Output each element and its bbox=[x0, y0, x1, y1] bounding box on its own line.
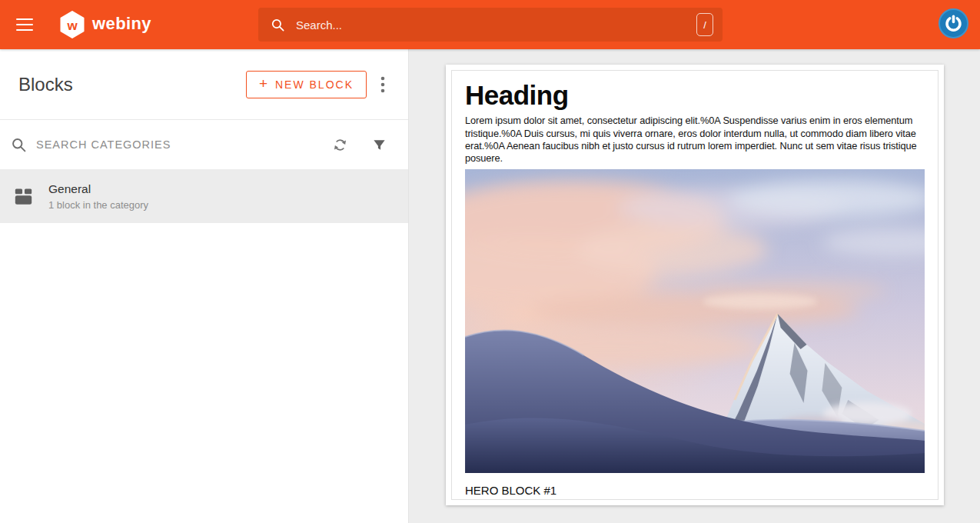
new-block-label: NEW BLOCK bbox=[275, 78, 354, 91]
svg-text:w: w bbox=[66, 18, 78, 33]
avatar[interactable] bbox=[938, 8, 968, 38]
hamburger-menu-icon[interactable] bbox=[16, 18, 33, 31]
hero-image bbox=[465, 169, 925, 473]
keyboard-shortcut-badge: / bbox=[696, 13, 713, 36]
webiny-hexagon-icon: w bbox=[59, 11, 85, 38]
category-description: 1 block in the category bbox=[48, 199, 148, 211]
plus-icon: + bbox=[259, 76, 267, 92]
global-search: / bbox=[258, 8, 723, 42]
new-block-button[interactable]: + NEW BLOCK bbox=[246, 71, 367, 98]
global-search-input[interactable] bbox=[296, 18, 696, 32]
page-title: Blocks bbox=[18, 74, 73, 95]
mountain-scene-illustration bbox=[465, 169, 925, 473]
sidebar-header: Blocks + NEW BLOCK bbox=[0, 49, 408, 120]
block-heading: Heading bbox=[465, 80, 925, 111]
blocks-sidebar: Blocks + NEW BLOCK bbox=[0, 49, 409, 523]
webiny-logo[interactable]: w webiny bbox=[59, 11, 151, 38]
refresh-icon[interactable] bbox=[331, 135, 350, 155]
search-categories-icon bbox=[11, 137, 27, 153]
search-categories-input[interactable] bbox=[36, 138, 331, 151]
category-box-icon bbox=[13, 186, 34, 207]
app-root: w webiny / Blocks bbox=[0, 0, 980, 523]
more-options-icon[interactable] bbox=[379, 72, 387, 97]
top-app-bar: w webiny / bbox=[0, 0, 980, 49]
block-label: HERO BLOCK #1 bbox=[465, 484, 925, 497]
content-area: Blocks + NEW BLOCK bbox=[0, 49, 980, 523]
block-preview: Heading Lorem ipsum dolor sit amet, cons… bbox=[451, 70, 938, 500]
header-actions: + NEW BLOCK bbox=[246, 71, 387, 98]
block-paragraph: Lorem ipsum dolor sit amet, consectetur … bbox=[465, 115, 925, 165]
category-item-general[interactable]: General 1 block in the category bbox=[0, 169, 408, 223]
category-list: General 1 block in the category bbox=[0, 169, 408, 223]
blocks-preview-pane: Heading Lorem ipsum dolor sit amet, cons… bbox=[409, 49, 980, 523]
block-card[interactable]: Heading Lorem ipsum dolor sit amet, cons… bbox=[446, 65, 944, 505]
power-glyph-icon bbox=[944, 14, 963, 33]
category-name: General bbox=[48, 182, 148, 196]
filter-icon[interactable] bbox=[370, 136, 388, 154]
search-icon bbox=[271, 18, 285, 32]
category-text: General 1 block in the category bbox=[48, 182, 148, 211]
brand-wordmark: webiny bbox=[92, 15, 151, 35]
category-search-row bbox=[0, 120, 408, 169]
